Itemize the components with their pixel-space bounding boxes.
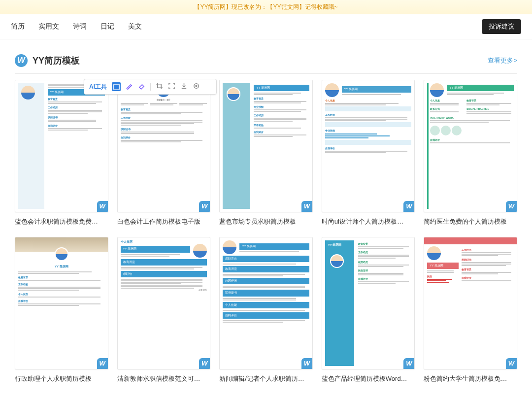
word-badge-icon: W bbox=[506, 358, 517, 369]
template-thumb: YY 简历网 个人信息联系方式 教育背景SOCIAL PRACTICE INTE… bbox=[424, 80, 517, 212]
toolbar-divider bbox=[150, 83, 151, 91]
select-tool-icon[interactable] bbox=[112, 82, 121, 91]
ai-tools-label[interactable]: AI工具 bbox=[89, 83, 107, 91]
template-card[interactable]: YY 简历网 个人信息 工作经验 专业技能 自我评价 W 时尚ui设计师个人简历… bbox=[322, 80, 415, 226]
template-title: 时尚ui设计师个人简历模板… bbox=[322, 217, 415, 226]
section-logo-icon: W bbox=[15, 54, 28, 67]
word-badge-icon: W bbox=[403, 201, 414, 212]
section-title: YY简历模板 bbox=[33, 55, 80, 66]
template-thumb: YY 简历网 教育背景 工作经历 技能证书 自我评价 W bbox=[15, 80, 108, 212]
template-thumb: YY 简历网 教育背景 专业技能 工作经历 荣誉奖励 自我评价 W bbox=[219, 80, 313, 212]
word-badge-icon: W bbox=[199, 358, 210, 369]
template-thumb: YY 简历网 教育背景 工作经历 校园经历 技能证书 自我评价 W bbox=[322, 237, 415, 369]
nav-poetry[interactable]: 诗词 bbox=[73, 22, 87, 31]
banner-text: 【YY简历网】现已改名为：【YY范文网】记得收藏哦~ bbox=[194, 3, 337, 10]
svg-point-1 bbox=[194, 84, 199, 88]
nav-practical[interactable]: 实用文 bbox=[38, 22, 59, 31]
template-card[interactable]: YY 简历网 教育背景 专业技能 工作经历 荣誉奖励 自我评价 W 蓝色市场专员… bbox=[219, 80, 313, 226]
word-badge-icon: W bbox=[199, 201, 210, 212]
template-card[interactable]: YY 简历网 教育背景 工作经历 技能证书 自我评价 W 蓝色会计求职简历模板免… bbox=[15, 80, 108, 226]
target-tool-icon[interactable] bbox=[193, 82, 200, 91]
pen-tool-icon[interactable] bbox=[126, 82, 133, 91]
word-badge-icon: W bbox=[506, 201, 517, 212]
word-badge-icon: W bbox=[97, 358, 108, 369]
template-thumb: 个人简历 YY 简历网 教育背景 求职信 此致 敬礼 W bbox=[117, 237, 211, 369]
template-card[interactable]: YY 简历网 个人信息联系方式 教育背景SOCIAL PRACTICE INTE… bbox=[424, 80, 517, 226]
svg-rect-0 bbox=[113, 84, 119, 89]
template-thumb: YY 简历网 技能 工作经历 校园活动 教育背景 自我评价 W bbox=[424, 237, 517, 369]
feedback-button[interactable]: 投诉建议 bbox=[482, 19, 521, 34]
template-card[interactable]: YY 简历网 求职意向 教育背景 校园经历 荣誉证书 个人技能 自我评价 W 新… bbox=[219, 237, 313, 383]
template-thumb: 求职意向：会计 教育背景 工作经验 技能证书 自我评价 W bbox=[117, 80, 211, 212]
template-title: 粉色简约大学生简历模板免… bbox=[424, 374, 517, 383]
template-thumb: YY 简历网 求职意向 教育背景 校园经历 荣誉证书 个人技能 自我评价 W bbox=[219, 237, 313, 369]
eraser-tool-icon[interactable] bbox=[138, 82, 145, 91]
template-title: 蓝色会计求职简历模板免费… bbox=[15, 217, 108, 226]
template-title: 行政助理个人求职简历模板 bbox=[15, 374, 108, 383]
download-tool-icon[interactable] bbox=[180, 82, 188, 91]
nav-prose[interactable]: 美文 bbox=[128, 22, 142, 31]
template-thumb: YY 简历网 个人信息 工作经验 专业技能 自我评价 W bbox=[322, 80, 415, 212]
section-header: W YY简历模板 查看更多> bbox=[15, 54, 517, 74]
template-title: 蓝色产品经理简历模板Word… bbox=[322, 374, 415, 383]
template-title: 蓝色市场专员求职简历模板 bbox=[219, 217, 313, 226]
word-badge-icon: W bbox=[301, 358, 312, 369]
template-card[interactable]: YY 简历网 教育背景 工作经历 校园经历 技能证书 自我评价 W 蓝色产品经理… bbox=[322, 237, 415, 383]
template-card[interactable]: YY 简历网 教育背景 工作经验 个人技能 自我评价 W 行政助理个人求职简历模… bbox=[15, 237, 108, 383]
template-card[interactable]: 求职意向：会计 教育背景 工作经验 技能证书 自我评价 W 白色会计工作简历模板… bbox=[117, 80, 211, 226]
word-badge-icon: W bbox=[97, 201, 108, 212]
template-card[interactable]: 个人简历 YY 简历网 教育背景 求职信 此致 敬礼 W 清新教师求职信模板范文… bbox=[117, 237, 211, 383]
nav-resume[interactable]: 简历 bbox=[11, 22, 25, 31]
template-title: 白色会计工作简历模板电子版 bbox=[117, 217, 211, 226]
template-thumb: YY 简历网 教育背景 工作经验 个人技能 自我评价 W bbox=[15, 237, 108, 369]
svg-point-2 bbox=[196, 85, 197, 87]
template-card[interactable]: YY 简历网 技能 工作经历 校园活动 教育背景 自我评价 W 粉色简约大学生简… bbox=[424, 237, 517, 383]
crop-tool-icon[interactable] bbox=[156, 82, 163, 91]
nav-diary[interactable]: 日记 bbox=[100, 22, 114, 31]
template-title: 简约医生免费的个人简历模板 bbox=[424, 217, 517, 226]
floating-toolbar: AI工具 bbox=[84, 79, 217, 95]
word-badge-icon: W bbox=[403, 358, 414, 369]
bounds-tool-icon[interactable] bbox=[168, 82, 175, 91]
template-title: 清新教师求职信模板范文可… bbox=[117, 374, 211, 383]
see-more-link[interactable]: 查看更多> bbox=[488, 56, 517, 65]
top-nav: 简历 实用文 诗词 日记 美文 投诉建议 bbox=[0, 14, 532, 39]
word-badge-icon: W bbox=[301, 201, 312, 212]
template-grid: YY 简历网 教育背景 工作经历 技能证书 自我评价 W 蓝色会计求职简历模板免… bbox=[15, 80, 517, 383]
announcement-banner: 【YY简历网】现已改名为：【YY范文网】记得收藏哦~ bbox=[0, 0, 532, 14]
template-title: 新闻编辑/记者个人求职简历… bbox=[219, 374, 313, 383]
